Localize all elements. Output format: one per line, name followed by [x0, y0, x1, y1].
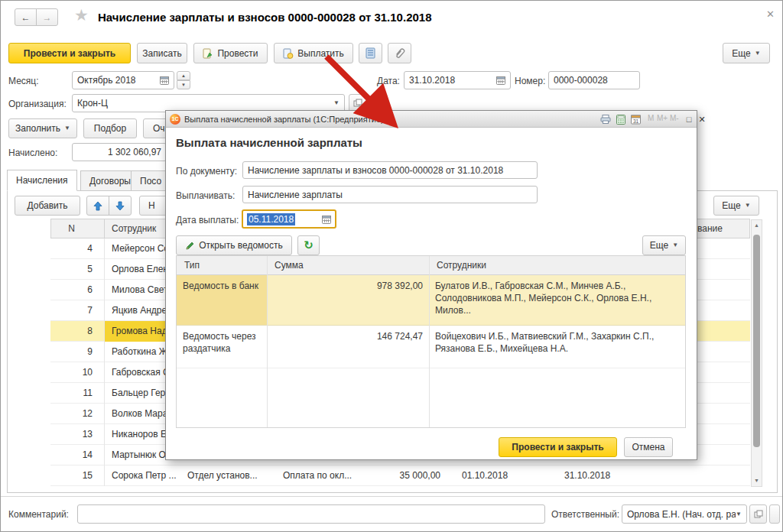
- chevron-down-icon: ▼: [755, 50, 761, 57]
- pay-date-label: Дата выплаты:: [176, 215, 239, 225]
- dialog-cancel-button[interactable]: Отмена: [624, 437, 673, 457]
- 1c-logo: 1C: [170, 114, 180, 125]
- accrued-field[interactable]: 1 302 060,97: [72, 143, 167, 161]
- choose-icon: [754, 510, 763, 519]
- month-value: Октябрь 2018: [77, 75, 136, 86]
- pay-date-field[interactable]: 05.11.2018: [242, 209, 336, 229]
- month-field[interactable]: Октябрь 2018: [72, 71, 174, 89]
- scrollbar-thumb[interactable]: [753, 235, 760, 447]
- calendar-icon[interactable]: [322, 215, 331, 224]
- cell-date-from: 01.10.2018: [462, 470, 508, 481]
- number-label: Номер:: [515, 76, 545, 86]
- number-value: 0000-000028: [554, 75, 608, 86]
- month-stepper-up[interactable]: ▲: [177, 71, 190, 80]
- add-row-label: Добавить: [27, 200, 67, 211]
- comment-label: Комментарий:: [8, 509, 69, 520]
- scroll-down-icon[interactable]: ▼: [752, 475, 762, 486]
- column-header-amount[interactable]: Сумма: [275, 260, 304, 271]
- stepper-up-icon: ▲: [181, 73, 186, 78]
- responsible-label: Ответственный:: [551, 509, 619, 520]
- payment-row-cashier[interactable]: Ведомость через раздатчика 146 724,47 Во…: [177, 326, 685, 368]
- column-divider: [429, 256, 430, 427]
- column-header-n[interactable]: N: [50, 223, 93, 234]
- number-field[interactable]: 0000-000028: [548, 71, 640, 89]
- favorite-star-icon[interactable]: ★: [74, 6, 89, 24]
- payment-row-bank[interactable]: Ведомость в банк 978 392,00 Булатов И.В.…: [177, 275, 685, 326]
- grid-scrollbar[interactable]: ▲ ▼: [751, 219, 762, 487]
- pay-what-field[interactable]: Начисление зарплаты: [242, 186, 538, 203]
- pay-date-value: 05.11.2018: [247, 213, 295, 225]
- chevron-down-icon[interactable]: ▼: [736, 511, 742, 517]
- column-header-employees[interactable]: Сотрудники: [437, 260, 486, 271]
- back-button[interactable]: ←: [15, 8, 37, 26]
- scroll-up-icon[interactable]: ▲: [752, 220, 762, 231]
- column-header-employee[interactable]: Сотрудник: [112, 223, 156, 234]
- post-and-close-button[interactable]: Провести и закрыть: [8, 43, 131, 63]
- cell-department: Отдел установ...: [187, 470, 258, 481]
- fill-label: Заполнить: [15, 123, 60, 134]
- print-icon[interactable]: [599, 113, 612, 125]
- cell-amount: 35 000,00: [360, 470, 440, 481]
- dialog-close-icon[interactable]: ✕: [696, 113, 708, 125]
- open-sheet-button[interactable]: Открыть ведомость: [176, 235, 292, 255]
- pick-button[interactable]: Подбор: [83, 118, 137, 138]
- grid-more-label: Еще: [722, 200, 740, 211]
- cell-n: 12: [50, 404, 93, 424]
- table-row[interactable]: 15 Сорока Петр ... Отдел установ... Опла…: [50, 466, 750, 486]
- add-row-button[interactable]: Добавить: [15, 196, 80, 216]
- post-button[interactable]: Провести: [193, 43, 268, 63]
- responsible-combo[interactable]: Орлова Е.Н. (Нач. отд. ра ▼: [622, 504, 747, 524]
- move-down-button[interactable]: [109, 196, 132, 216]
- arrow-up-icon: [93, 201, 102, 211]
- forward-icon: →: [43, 12, 52, 23]
- cell-n: 5: [50, 259, 93, 280]
- fill-button[interactable]: Заполнить▼: [8, 118, 77, 138]
- svg-text:31: 31: [632, 118, 638, 123]
- tab-benefits-label: Посо: [140, 176, 161, 187]
- dialog-titlebar[interactable]: 1C Выплата начисленной зарплаты (1С:Пред…: [166, 111, 697, 128]
- cell-n: 10: [50, 362, 93, 383]
- date-value: 31.10.2018: [409, 75, 455, 86]
- open-sheet-label: Открыть ведомость: [199, 240, 282, 251]
- accrued-label: Начислено:: [8, 148, 57, 158]
- toolbar-more-button[interactable]: Еще▼: [723, 43, 770, 63]
- column-header-fragment[interactable]: вание: [697, 223, 723, 234]
- footer-grip-button[interactable]: [769, 504, 780, 524]
- organization-value: Крон-Ц: [77, 98, 108, 109]
- calendar-icon[interactable]: [496, 76, 505, 85]
- calendar-31-icon[interactable]: 31: [629, 113, 642, 125]
- chevron-down-icon: ▼: [745, 203, 751, 209]
- close-icon[interactable]: ✕: [766, 8, 775, 20]
- payment-sheets-table: Тип Сумма Сотрудники Ведомость в банк 97…: [176, 255, 686, 428]
- move-up-button[interactable]: [86, 196, 109, 216]
- comment-input[interactable]: [77, 504, 545, 524]
- forward-button[interactable]: →: [36, 8, 58, 26]
- pick-label: Подбор: [94, 123, 126, 134]
- date-field[interactable]: 31.10.2018: [404, 71, 511, 89]
- cell-n: 11: [50, 383, 93, 404]
- cell-date-to: 31.10.2018: [564, 470, 610, 481]
- post-document-icon: [203, 48, 213, 59]
- calculator-icon[interactable]: [615, 113, 627, 125]
- grid-more-button[interactable]: Еще▼: [713, 196, 759, 216]
- calendar-icon[interactable]: [160, 76, 169, 85]
- column-header-type[interactable]: Тип: [184, 260, 200, 271]
- refresh-button[interactable]: ↻: [297, 235, 320, 255]
- stepper-down-icon: ▼: [181, 83, 186, 87]
- memory-m-button[interactable]: М: [648, 114, 654, 122]
- by-document-value: Начисление зарплаты и взносов 0000-00002…: [248, 165, 503, 176]
- dialog-more-button[interactable]: Еще▼: [642, 235, 686, 255]
- save-button[interactable]: Записать: [137, 43, 187, 63]
- tab-accruals[interactable]: Начисления: [7, 170, 77, 191]
- cell-n: 6: [50, 280, 93, 300]
- responsible-choose-button[interactable]: [749, 504, 767, 524]
- by-document-field[interactable]: Начисление зарплаты и взносов 0000-00002…: [242, 161, 538, 179]
- accrued-value: 1 302 060,97: [108, 147, 161, 157]
- column-divider: [104, 238, 105, 486]
- maximize-icon[interactable]: □: [683, 113, 695, 125]
- annotation-arrow: [305, 43, 412, 131]
- dialog-post-and-close-button[interactable]: Провести и закрыть: [499, 437, 617, 457]
- memory-m-minus-button[interactable]: М-: [670, 114, 679, 122]
- memory-m-plus-button[interactable]: М+: [657, 114, 668, 122]
- month-stepper-down[interactable]: ▼: [177, 80, 190, 89]
